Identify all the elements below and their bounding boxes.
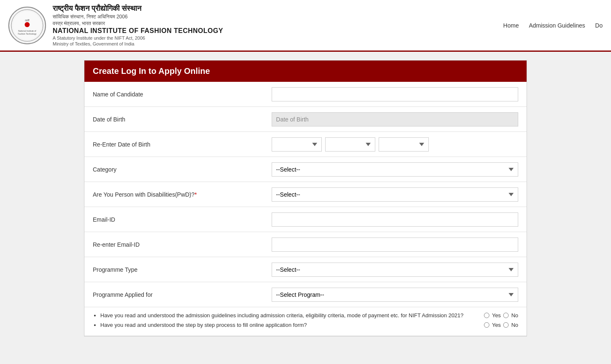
re-dob-month-select[interactable] — [325, 137, 375, 152]
prog-type-control: --Select-- — [272, 263, 518, 277]
re-email-row: Re-enter Email-ID — [84, 232, 527, 257]
header-left: nift National Institute of Fashion Techn… — [8, 4, 223, 46]
form-title: Create Log In to Apply Online — [84, 61, 527, 82]
re-email-input[interactable] — [272, 238, 518, 252]
eng-sub2: Ministry of Textiles, Government of Indi… — [53, 41, 223, 46]
dob-label: Date of Birth — [93, 116, 272, 123]
candidate-name-input[interactable] — [272, 87, 518, 101]
checklist-item-2-radio: Yes No — [484, 322, 518, 328]
dob-control: Date of Birth — [272, 112, 518, 126]
svg-text:nift: nift — [25, 18, 30, 22]
header-text: राष्ट्रीय फैशन प्रौद्योगिकी संस्थान सांव… — [53, 4, 223, 46]
prog-applied-control: --Select Program-- — [272, 288, 518, 302]
checklist-item-1-yes-radio[interactable] — [484, 313, 489, 318]
re-dob-row: Re-Enter Date of Birth — [84, 132, 527, 157]
checklist: Have you read and understood the admissi… — [93, 312, 518, 328]
hindi-title: राष्ट्रीय फैशन प्रौद्योगिकी संस्थान — [53, 4, 223, 13]
category-row: Category --Select-- — [84, 157, 527, 182]
prog-applied-select[interactable]: --Select Program-- — [272, 288, 518, 302]
pwd-label: Are You Person with Disabilities(PwD)?* — [93, 191, 272, 198]
checklist-item-1-no-radio[interactable] — [503, 313, 509, 318]
nav-guidelines[interactable]: Admission Guidelines — [529, 22, 585, 29]
checklist-item-1: Have you read and understood the admissi… — [100, 312, 518, 318]
main-content: Create Log In to Apply Online Name of Ca… — [76, 60, 535, 336]
prog-applied-row: Programme Applied for --Select Program-- — [84, 282, 527, 307]
nav-home[interactable]: Home — [503, 22, 519, 29]
email-row: Email-ID — [84, 207, 527, 232]
re-email-label: Re-enter Email-ID — [93, 241, 272, 248]
email-label: Email-ID — [93, 216, 272, 223]
pwd-select[interactable]: --Select-- — [272, 187, 518, 202]
checklist-item-2: Have you read and understood the step by… — [100, 322, 518, 328]
checklist-item-1-yes-label: Yes — [492, 312, 501, 318]
re-dob-control — [272, 137, 518, 152]
dob-display: Date of Birth — [272, 112, 518, 126]
hindi-sub2: वस्त्र मंत्रालय, भारत सरकार — [53, 20, 223, 26]
email-input[interactable] — [272, 212, 518, 227]
checklist-item-1-radio: Yes No — [484, 312, 518, 318]
candidate-name-control — [272, 87, 518, 101]
eng-title: NATIONAL INSTITUTE OF FASHION TECHNOLOGY — [53, 27, 223, 35]
candidate-name-label: Name of Candidate — [93, 91, 272, 98]
svg-point-3 — [25, 22, 30, 27]
pwd-row: Are You Person with Disabilities(PwD)?* … — [84, 182, 527, 207]
category-label: Category — [93, 166, 272, 173]
pwd-required-star: * — [195, 191, 197, 198]
checklist-section: Have you read and understood the admissi… — [84, 307, 527, 336]
svg-text:Fashion Technology: Fashion Technology — [18, 33, 37, 35]
checklist-item-1-text: Have you read and understood the admissi… — [100, 312, 473, 318]
candidate-name-row: Name of Candidate — [84, 82, 527, 107]
page-header: nift National Institute of Fashion Techn… — [0, 0, 611, 52]
dob-row: Date of Birth Date of Birth — [84, 107, 527, 132]
nav-do[interactable]: Do — [595, 22, 603, 29]
prog-type-select[interactable]: --Select-- — [272, 263, 518, 277]
nift-logo: nift National Institute of Fashion Techn… — [8, 7, 46, 44]
checklist-item-2-no-label: No — [511, 322, 518, 328]
category-select[interactable]: --Select-- — [272, 162, 518, 177]
re-dob-year-select[interactable] — [379, 137, 429, 152]
checklist-item-2-yes-label: Yes — [492, 322, 501, 328]
eng-sub1: A Statutory Institute under the NIFT Act… — [53, 35, 223, 40]
email-control — [272, 212, 518, 227]
pwd-control: --Select-- — [272, 187, 518, 202]
category-control: --Select-- — [272, 162, 518, 177]
checklist-item-1-no-label: No — [511, 312, 518, 318]
prog-type-label: Programme Type — [93, 266, 272, 273]
re-dob-label: Re-Enter Date of Birth — [93, 141, 272, 148]
prog-applied-label: Programme Applied for — [93, 291, 272, 298]
checklist-item-2-text: Have you read and understood the step by… — [100, 322, 473, 328]
checklist-item-2-no-radio[interactable] — [503, 322, 509, 328]
checklist-item-2-yes-radio[interactable] — [484, 322, 489, 328]
main-nav: Home Admission Guidelines Do — [503, 22, 603, 29]
re-dob-day-select[interactable] — [272, 137, 322, 152]
form-card: Create Log In to Apply Online Name of Ca… — [84, 60, 527, 336]
hindi-sub1: सांविधिक संस्थान, निफ्ट अधिनियम 2006 — [53, 14, 223, 20]
re-email-control — [272, 238, 518, 252]
svg-text:National Institute of: National Institute of — [18, 30, 36, 32]
prog-type-row: Programme Type --Select-- — [84, 257, 527, 282]
